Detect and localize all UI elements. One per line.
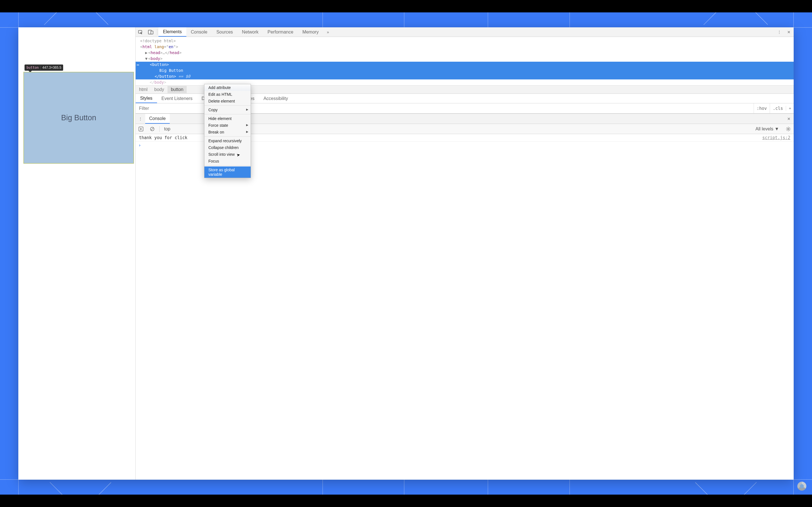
breadcrumb-body[interactable]: body bbox=[151, 86, 167, 93]
tooltip-dimensions: 447.3×365.5 bbox=[40, 66, 61, 69]
console-context[interactable]: top bbox=[162, 126, 172, 131]
drawer-menu-icon[interactable]: ⋮ bbox=[136, 117, 145, 121]
selected-node-indicator: ⋯ bbox=[137, 62, 139, 68]
hov-toggle[interactable]: :hov bbox=[754, 103, 770, 113]
ctx-item-break-on[interactable]: Break on bbox=[204, 129, 251, 135]
tab-network[interactable]: Network bbox=[238, 27, 263, 37]
console-levels[interactable]: All levels ▼ bbox=[753, 126, 781, 131]
tab-console[interactable]: Console bbox=[186, 27, 212, 37]
devtools-tabs: Elements Console Sources Network Perform… bbox=[136, 27, 794, 37]
ctx-item-store-as-global-variable[interactable]: Store as global variable bbox=[204, 166, 251, 178]
console-settings-icon[interactable] bbox=[784, 126, 793, 131]
subtab-styles[interactable]: Styles bbox=[136, 94, 157, 103]
browser-devtools-window: button447.3×365.5 Big Button Elements Co… bbox=[18, 27, 794, 480]
tab-performance[interactable]: Performance bbox=[263, 27, 298, 37]
ctx-item-force-state[interactable]: Force state bbox=[204, 122, 251, 129]
ctx-item-delete-element[interactable]: Delete element bbox=[204, 98, 251, 105]
big-button[interactable]: Big Button bbox=[23, 72, 134, 164]
svg-line-14 bbox=[786, 130, 787, 130]
dom-dollar-zero: == $0 bbox=[179, 74, 190, 78]
dom-selected-node[interactable]: <button> bbox=[136, 62, 794, 68]
devtools-close-icon[interactable]: ✕ bbox=[784, 27, 794, 37]
ctx-item-scroll-into-view[interactable]: Scroll into view bbox=[204, 151, 251, 158]
svg-line-13 bbox=[790, 127, 790, 128]
tab-elements[interactable]: Elements bbox=[158, 27, 186, 37]
cls-toggle[interactable]: .cls bbox=[770, 103, 786, 113]
tooltip-tag: button bbox=[27, 66, 39, 69]
ctx-item-collapse-children[interactable]: Collapse children bbox=[204, 144, 251, 151]
big-button-label: Big Button bbox=[61, 114, 96, 122]
subtab-accessibility[interactable]: Accessibility bbox=[259, 94, 292, 103]
ctx-item-hide-element[interactable]: Hide element bbox=[204, 115, 251, 122]
dom-button-text: Big Button bbox=[159, 68, 183, 73]
console-execute-icon[interactable] bbox=[137, 126, 145, 131]
drawer-tab-console[interactable]: Console bbox=[145, 114, 170, 124]
svg-rect-2 bbox=[151, 31, 153, 34]
console-output[interactable]: thank you for click script.js:2 › bbox=[136, 134, 794, 480]
ctx-item-focus[interactable]: Focus bbox=[204, 158, 251, 165]
svg-line-12 bbox=[790, 130, 790, 130]
ctx-item-edit-as-html[interactable]: Edit as HTML bbox=[204, 91, 251, 98]
inspect-tooltip: button447.3×365.5 bbox=[24, 64, 63, 71]
tab-memory[interactable]: Memory bbox=[298, 27, 323, 37]
device-toolbar-icon[interactable] bbox=[146, 27, 156, 37]
console-clear-icon[interactable] bbox=[148, 126, 156, 131]
drawer-close-icon[interactable]: ✕ bbox=[784, 117, 794, 121]
svg-point-6 bbox=[788, 128, 789, 129]
new-style-rule-icon[interactable]: ＋ bbox=[786, 106, 794, 111]
svg-line-5 bbox=[151, 128, 154, 130]
tabs-overflow-icon[interactable]: » bbox=[323, 27, 333, 37]
devtools-menu-icon[interactable]: ⋮ bbox=[774, 27, 784, 37]
subtab-event-listeners[interactable]: Event Listeners bbox=[157, 94, 197, 103]
context-menu[interactable]: Add attributeEdit as HTMLDelete elementC… bbox=[204, 84, 251, 178]
ctx-item-copy[interactable]: Copy bbox=[204, 107, 251, 113]
tab-sources[interactable]: Sources bbox=[212, 27, 238, 37]
ctx-item-add-attribute[interactable]: Add attribute bbox=[204, 84, 251, 91]
dom-tree[interactable]: <!doctype html> <html lang="en"> ▶<head>… bbox=[136, 37, 794, 86]
breadcrumb-button[interactable]: button bbox=[167, 86, 187, 93]
ctx-item-expand-recursively[interactable]: Expand recursively bbox=[204, 137, 251, 144]
inspected-page: button447.3×365.5 Big Button bbox=[18, 27, 135, 480]
breadcrumb-html[interactable]: html bbox=[136, 86, 151, 93]
svg-line-11 bbox=[786, 127, 787, 128]
inspect-mode-icon[interactable] bbox=[136, 27, 146, 37]
dom-doctype: <!doctype html> bbox=[140, 39, 175, 43]
chrome-logo-icon bbox=[797, 482, 806, 491]
console-source-link[interactable]: script.js:2 bbox=[762, 135, 790, 140]
